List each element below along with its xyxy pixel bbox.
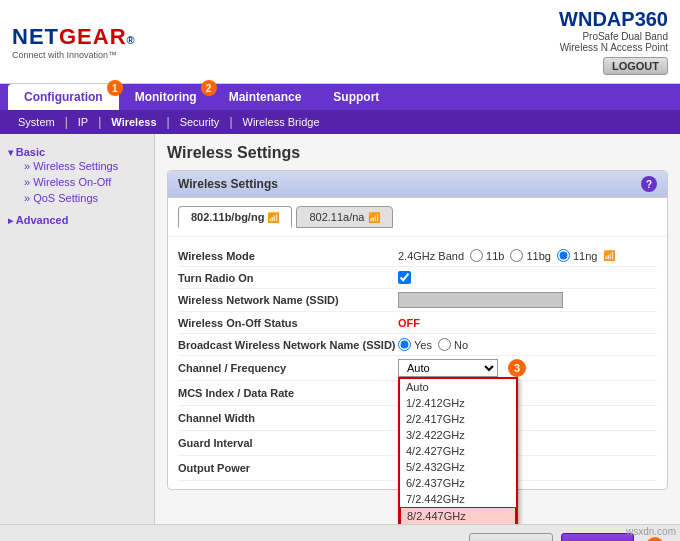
sub-nav-system[interactable]: System bbox=[12, 114, 61, 130]
sub-nav-wireless[interactable]: Wireless bbox=[105, 114, 162, 130]
tab-monitoring-label: Monitoring bbox=[135, 90, 197, 104]
form-row-broadcast-ssid: Broadcast Wireless Network Name (SSID) Y… bbox=[178, 334, 657, 356]
label-wireless-mode: Wireless Mode bbox=[178, 250, 398, 262]
radio-on-checkbox[interactable] bbox=[398, 271, 411, 284]
sidebar-basic-title[interactable]: Basic bbox=[8, 146, 146, 158]
label-radio-on: Turn Radio On bbox=[178, 272, 398, 284]
option-1[interactable]: 1/2.412GHz bbox=[400, 395, 516, 411]
tab-maintenance[interactable]: Maintenance bbox=[213, 84, 318, 110]
watermark: wsxdn.com bbox=[626, 526, 676, 537]
radio-yes[interactable]: Yes bbox=[398, 338, 432, 351]
tab-support-label: Support bbox=[333, 90, 379, 104]
band-label: 2.4GHz Band bbox=[398, 250, 464, 262]
form-row-radio-on: Turn Radio On bbox=[178, 267, 657, 289]
option-7[interactable]: 7/2.442GHz bbox=[400, 491, 516, 507]
product-line1: ProSafe Dual Band bbox=[559, 31, 668, 42]
logout-button[interactable]: LOGOUT bbox=[603, 57, 668, 75]
band-tab-an[interactable]: 802.11a/na 📶 bbox=[296, 206, 392, 228]
content-area: Wireless Settings Wireless Settings ? 80… bbox=[155, 134, 680, 524]
step-4-badge: 4 bbox=[646, 537, 664, 541]
value-broadcast-ssid: Yes No bbox=[398, 338, 657, 351]
channel-dropdown-container: Auto Auto 1/2.412GHz 2/2.417GHz 3/2.422G… bbox=[398, 359, 498, 377]
signal-icon: 📶 bbox=[603, 250, 615, 261]
value-radio-on bbox=[398, 271, 657, 284]
value-ssid bbox=[398, 292, 657, 308]
label-output-power: Output Power bbox=[178, 462, 398, 474]
channel-select[interactable]: Auto bbox=[398, 359, 498, 377]
sub-nav-ip[interactable]: IP bbox=[72, 114, 94, 130]
product-line2: Wireless N Access Point bbox=[559, 42, 668, 53]
sidebar-item-wireless-onoff[interactable]: Wireless On-Off bbox=[8, 174, 146, 190]
form-row-wireless-mode: Wireless Mode 2.4GHz Band 11b 11bg 11ng … bbox=[178, 245, 657, 267]
sub-nav-wireless-bridge[interactable]: Wireless Bridge bbox=[237, 114, 326, 130]
band-tab-bgn[interactable]: 802.11b/bg/ng 📶 bbox=[178, 206, 292, 228]
label-broadcast-ssid: Broadcast Wireless Network Name (SSID) bbox=[178, 339, 398, 351]
sidebar-item-wireless-settings[interactable]: Wireless Settings bbox=[8, 158, 146, 174]
logo-area: NETGEAR® Connect with Innovation™ bbox=[12, 24, 136, 60]
label-channel: Channel / Frequency bbox=[178, 362, 398, 374]
label-guard-interval: Guard Interval bbox=[178, 437, 398, 449]
value-onoff-status: OFF bbox=[398, 317, 657, 329]
sidebar-item-qos[interactable]: QoS Settings bbox=[8, 190, 146, 206]
page-title: Wireless Settings bbox=[167, 144, 668, 162]
logo-tagline: Connect with Innovation™ bbox=[12, 50, 136, 60]
form-row-channel: Channel / Frequency Auto Auto 1/2.412GHz bbox=[178, 356, 657, 381]
form-row-ssid: Wireless Network Name (SSID) bbox=[178, 289, 657, 312]
sidebar: Basic Wireless Settings Wireless On-Off … bbox=[0, 134, 155, 524]
settings-header-title: Wireless Settings bbox=[178, 177, 278, 191]
radio-no[interactable]: No bbox=[438, 338, 468, 351]
option-4[interactable]: 4/2.427GHz bbox=[400, 443, 516, 459]
channel-dropdown-list[interactable]: Auto 1/2.412GHz 2/2.417GHz 3/2.422GHz 4/… bbox=[398, 377, 518, 524]
form-row-onoff-status: Wireless On-Off Status OFF bbox=[178, 312, 657, 334]
settings-header: Wireless Settings ? bbox=[168, 171, 667, 198]
logo-text: NETGEAR® bbox=[12, 24, 136, 50]
tab-configuration[interactable]: Configuration 1 bbox=[8, 84, 119, 110]
option-6[interactable]: 6/2.437GHz bbox=[400, 475, 516, 491]
option-2[interactable]: 2/2.417GHz bbox=[400, 411, 516, 427]
help-icon[interactable]: ? bbox=[641, 176, 657, 192]
option-3[interactable]: 3/2.422GHz bbox=[400, 427, 516, 443]
option-5[interactable]: 5/2.432GHz bbox=[400, 459, 516, 475]
form-table: Wireless Mode 2.4GHz Band 11b 11bg 11ng … bbox=[168, 237, 667, 489]
tab-maintenance-label: Maintenance bbox=[229, 90, 302, 104]
band-tabs: 802.11b/bg/ng 📶 802.11a/na 📶 bbox=[168, 198, 667, 237]
settings-box: Wireless Settings ? 802.11b/bg/ng 📶 802.… bbox=[167, 170, 668, 490]
label-channel-width: Channel Width bbox=[178, 412, 398, 424]
tab-monitoring[interactable]: Monitoring 2 bbox=[119, 84, 213, 110]
sub-nav-security[interactable]: Security bbox=[174, 114, 226, 130]
option-auto[interactable]: Auto bbox=[400, 379, 516, 395]
main-content: Basic Wireless Settings Wireless On-Off … bbox=[0, 134, 680, 524]
ssid-input[interactable] bbox=[398, 292, 563, 308]
label-onoff-status: Wireless On-Off Status bbox=[178, 317, 398, 329]
product-model: WNDAP360 bbox=[559, 8, 668, 31]
nav-tabs: Configuration 1 Monitoring 2 Maintenance… bbox=[0, 84, 680, 110]
sidebar-advanced-title[interactable]: Advanced bbox=[8, 214, 146, 226]
value-channel: Auto Auto 1/2.412GHz 2/2.417GHz 3/2.422G… bbox=[398, 359, 657, 377]
label-ssid: Wireless Network Name (SSID) bbox=[178, 294, 398, 306]
radio-11bg[interactable]: 11bg bbox=[510, 249, 550, 262]
option-8[interactable]: 8/2.447GHz bbox=[400, 507, 516, 524]
label-mcs: MCS Index / Data Rate bbox=[178, 387, 398, 399]
sidebar-advanced-section: Advanced bbox=[0, 210, 154, 230]
sub-nav: System | IP | Wireless | Security | Wire… bbox=[0, 110, 680, 134]
tab-configuration-label: Configuration bbox=[24, 90, 103, 104]
cancel-button[interactable]: CANCEL bbox=[469, 533, 553, 541]
product-info: WNDAP360 ProSafe Dual Band Wireless N Ac… bbox=[559, 8, 668, 75]
radio-11b[interactable]: 11b bbox=[470, 249, 504, 262]
tab-support[interactable]: Support bbox=[317, 84, 395, 110]
header: NETGEAR® Connect with Innovation™ WNDAP3… bbox=[0, 0, 680, 84]
apply-button[interactable]: APPLY bbox=[561, 533, 634, 541]
radio-11ng[interactable]: 11ng bbox=[557, 249, 597, 262]
sidebar-basic-section: Basic Wireless Settings Wireless On-Off … bbox=[0, 142, 154, 210]
step-3-badge: 3 bbox=[508, 359, 526, 377]
value-wireless-mode: 2.4GHz Band 11b 11bg 11ng 📶 bbox=[398, 249, 657, 262]
footer-bar: CANCEL APPLY 4 bbox=[0, 524, 680, 541]
